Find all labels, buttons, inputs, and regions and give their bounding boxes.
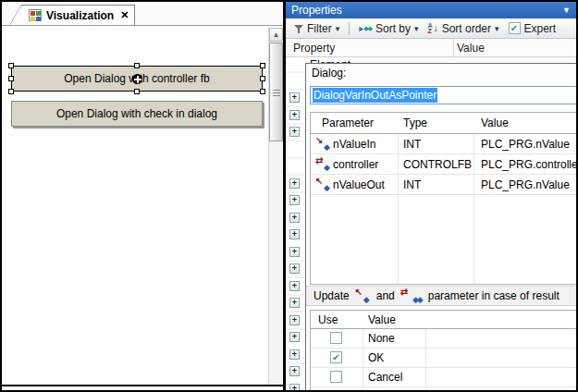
selection-handle[interactable] bbox=[260, 76, 265, 81]
filter-label: Filter bbox=[307, 22, 332, 35]
scrollbar-thumb[interactable] bbox=[269, 43, 283, 141]
param-value: PLC_PRG.controller bbox=[481, 158, 578, 171]
editor-bottom-edge bbox=[2, 385, 284, 386]
update-parameter-hint: Update ↖◆ and ⇄◆◆ parameter in case of r… bbox=[306, 286, 578, 306]
use-checkbox-none[interactable] bbox=[330, 332, 342, 344]
header-type: Type bbox=[403, 116, 427, 129]
dialog-name-input[interactable]: DialogVarInOutAsPointer bbox=[310, 86, 577, 104]
sort-by-button[interactable]: ▸ ◆◆ Sort by ▾ bbox=[356, 21, 421, 36]
param-value: PLC_PRG.nValue bbox=[481, 178, 570, 191]
use-value: Cancel bbox=[368, 371, 402, 384]
scroll-up-icon: ▲ bbox=[273, 31, 280, 39]
header-use: Use bbox=[318, 313, 338, 326]
use-value: OK bbox=[368, 351, 384, 364]
param-type: CONTROLFB bbox=[403, 158, 472, 171]
selection-handle[interactable] bbox=[260, 89, 265, 94]
result-use-table: Use Value None ✔ OK Cancel Abort bbox=[310, 310, 578, 392]
sort-by-icon: ▸ ◆◆ bbox=[359, 23, 372, 33]
use-checkbox-ok[interactable]: ✔ bbox=[330, 351, 342, 363]
parameter-table: Parameter Type Value ↘◆ nValueIn INT PLC… bbox=[310, 112, 578, 285]
toolbar-separator bbox=[349, 22, 350, 35]
param-type: INT bbox=[403, 178, 421, 191]
inout-param-icon: ⇄◆ bbox=[316, 158, 330, 170]
button-label: Open Dialog with check in dialog bbox=[56, 107, 217, 120]
expand-plus-icon[interactable]: + bbox=[289, 229, 300, 239]
selection-handle[interactable] bbox=[134, 63, 140, 68]
param-name: nValueIn bbox=[333, 138, 375, 151]
parameter-row-nvaluein[interactable]: ↘◆ nValueIn INT PLC_PRG.nValue bbox=[311, 134, 578, 154]
selected-text: DialogVarInOutAsPointer bbox=[313, 88, 437, 103]
expand-plus-icon[interactable]: + bbox=[289, 349, 300, 360]
tab-close-icon[interactable]: ✕ bbox=[120, 9, 129, 21]
selection-handle[interactable] bbox=[8, 89, 14, 94]
expand-plus-icon[interactable]: + bbox=[289, 247, 300, 257]
scroll-up-button[interactable]: ▲ bbox=[269, 28, 283, 42]
in-param-icon: ↘◆ bbox=[316, 138, 330, 150]
inout-param-icon: ⇄◆◆ bbox=[401, 290, 422, 301]
column-separator[interactable] bbox=[453, 39, 454, 57]
use-row-none[interactable]: None bbox=[311, 329, 578, 349]
header-value: Value bbox=[368, 313, 396, 326]
parameter-table-header: Parameter Type Value bbox=[311, 113, 578, 134]
selection-handle[interactable] bbox=[134, 89, 140, 94]
expand-plus-icon[interactable]: + bbox=[289, 127, 300, 137]
selection-handle[interactable] bbox=[8, 76, 14, 81]
expand-plus-icon[interactable]: + bbox=[289, 213, 300, 223]
parameter-row-nvalueout[interactable]: ↖◆ nValueOut INT PLC_PRG.nValue bbox=[311, 175, 578, 195]
sort-order-dropdown-icon[interactable]: ▾ bbox=[495, 24, 499, 33]
properties-title: Properties bbox=[291, 4, 342, 17]
expert-toggle[interactable]: ✔ Expert bbox=[506, 21, 560, 36]
expert-checkbox[interactable]: ✔ bbox=[509, 22, 521, 34]
header-parameter: Parameter bbox=[322, 116, 374, 129]
tab-label: Visualization bbox=[46, 9, 114, 22]
sort-order-label: Sort order bbox=[442, 22, 491, 35]
visualization-icon bbox=[29, 9, 42, 21]
column-header-value: Value bbox=[457, 42, 485, 55]
param-type: INT bbox=[403, 138, 421, 151]
window-frame bbox=[0, 0, 2, 392]
tab-bar-divider bbox=[2, 25, 283, 26]
panel-splitter[interactable] bbox=[283, 0, 286, 392]
header-value: Value bbox=[481, 116, 509, 129]
expand-plus-icon[interactable]: + bbox=[289, 315, 300, 325]
use-row-ok[interactable]: ✔ OK bbox=[311, 349, 578, 368]
use-checkbox-cancel[interactable] bbox=[330, 371, 342, 383]
parameter-row-controller[interactable]: ⇄◆ controller CONTROLFB PLC_PRG.controll… bbox=[311, 154, 578, 175]
out-param-icon: ↖◆ bbox=[316, 178, 330, 190]
expand-strip: ++++++++++++++++ bbox=[286, 57, 305, 390]
sort-order-icon: AZ ↓ bbox=[428, 23, 438, 34]
tab-visualization[interactable]: Visualization ✕ bbox=[9, 5, 135, 26]
expand-plus-icon[interactable]: + bbox=[289, 92, 300, 103]
panel-menu-icon[interactable]: ▼ bbox=[562, 6, 571, 15]
expand-plus-icon[interactable]: + bbox=[289, 263, 300, 274]
expand-plus-icon[interactable]: + bbox=[289, 195, 300, 205]
expand-plus-icon[interactable]: + bbox=[289, 298, 300, 308]
selection-overlay bbox=[11, 66, 263, 92]
expand-plus-icon[interactable]: + bbox=[289, 366, 300, 376]
expand-plus-icon[interactable]: + bbox=[289, 178, 300, 189]
editor-tab-bar: Visualization ✕ bbox=[2, 2, 283, 26]
expand-plus-icon[interactable]: + bbox=[289, 332, 300, 342]
use-value: None bbox=[368, 332, 395, 345]
visualization-vertical-scrollbar[interactable]: ▲ bbox=[268, 28, 282, 385]
selection-handle[interactable] bbox=[8, 63, 14, 68]
filter-dropdown-icon[interactable]: ▾ bbox=[336, 24, 340, 33]
sort-by-dropdown-icon[interactable]: ▾ bbox=[414, 24, 419, 33]
scrollbar-grip bbox=[273, 90, 280, 97]
filter-button[interactable]: Filter ▾ bbox=[291, 21, 342, 36]
update-text-1: Update bbox=[314, 289, 350, 302]
sort-by-label: Sort by bbox=[375, 22, 411, 35]
update-text-3: parameter in case of result bbox=[428, 289, 560, 302]
selection-handle[interactable] bbox=[260, 63, 265, 68]
button-open-dialog-check-in-dialog[interactable]: Open Dialog with check in dialog bbox=[11, 101, 263, 127]
property-grid-header: Property Value bbox=[286, 39, 576, 57]
use-row-cancel[interactable]: Cancel bbox=[311, 368, 578, 387]
update-text-2: and bbox=[376, 289, 395, 302]
move-anchor-icon[interactable] bbox=[132, 74, 142, 84]
out-param-icon: ↖◆ bbox=[356, 290, 370, 301]
sort-order-button[interactable]: AZ ↓ Sort order ▾ bbox=[425, 21, 502, 36]
visualization-canvas[interactable]: Open Dialog with controller fb Open Dial… bbox=[2, 27, 266, 385]
expand-plus-icon[interactable]: + bbox=[289, 110, 300, 120]
expand-plus-icon[interactable]: + bbox=[289, 281, 300, 291]
use-table-header: Use Value bbox=[311, 311, 578, 329]
